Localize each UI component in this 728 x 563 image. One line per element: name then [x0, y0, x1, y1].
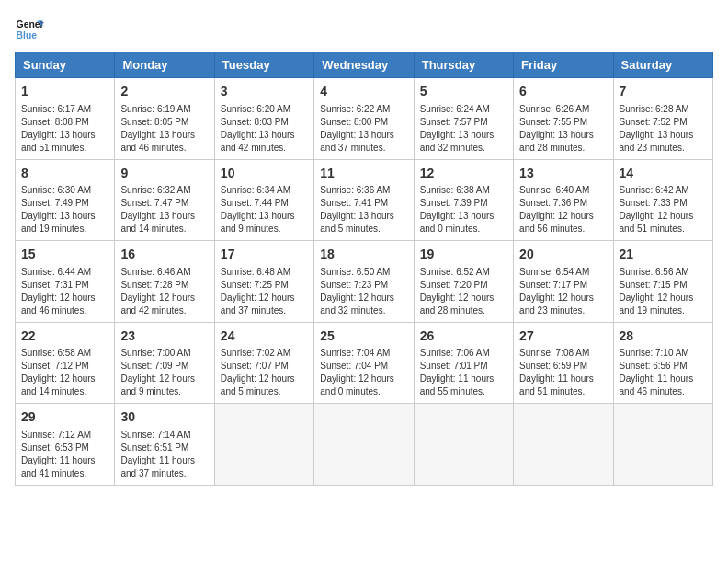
calendar-table: SundayMondayTuesdayWednesdayThursdayFrid… [15, 52, 713, 486]
day-info: Sunrise: 6:58 AM Sunset: 7:12 PM Dayligh… [21, 347, 108, 398]
week-row-4: 22Sunrise: 6:58 AM Sunset: 7:12 PM Dayli… [16, 322, 713, 404]
day-number: 10 [221, 165, 308, 183]
calendar-cell: 9Sunrise: 6:32 AM Sunset: 7:47 PM Daylig… [115, 159, 214, 241]
day-info: Sunrise: 7:12 AM Sunset: 6:53 PM Dayligh… [21, 429, 108, 480]
day-number: 22 [21, 327, 108, 346]
header-day-saturday: Saturday [613, 52, 712, 78]
day-info: Sunrise: 6:22 AM Sunset: 8:00 PM Dayligh… [320, 103, 407, 155]
day-info: Sunrise: 7:14 AM Sunset: 6:51 PM Dayligh… [120, 429, 208, 480]
calendar-header: SundayMondayTuesdayWednesdayThursdayFrid… [16, 52, 713, 78]
day-info: Sunrise: 7:00 AM Sunset: 7:09 PM Dayligh… [120, 347, 208, 398]
day-info: Sunrise: 7:04 AM Sunset: 7:04 PM Dayligh… [320, 347, 407, 398]
day-number: 27 [519, 327, 607, 346]
day-number: 16 [120, 246, 208, 264]
day-number: 12 [420, 165, 507, 183]
calendar-cell [414, 404, 513, 486]
svg-text:Blue: Blue [17, 30, 38, 40]
day-info: Sunrise: 6:56 AM Sunset: 7:15 PM Dayligh… [620, 266, 707, 317]
week-row-3: 15Sunrise: 6:44 AM Sunset: 7:31 PM Dayli… [16, 241, 713, 323]
day-info: Sunrise: 6:20 AM Sunset: 8:03 PM Dayligh… [221, 103, 308, 155]
day-info: Sunrise: 6:40 AM Sunset: 7:36 PM Dayligh… [519, 184, 607, 236]
calendar-cell: 25Sunrise: 7:04 AM Sunset: 7:04 PM Dayli… [314, 322, 414, 404]
calendar-cell: 22Sunrise: 6:58 AM Sunset: 7:12 PM Dayli… [16, 322, 115, 404]
day-info: Sunrise: 7:08 AM Sunset: 6:59 PM Dayligh… [519, 347, 607, 398]
header-day-monday: Monday [115, 52, 214, 78]
header-day-tuesday: Tuesday [214, 52, 313, 78]
week-row-1: 1Sunrise: 6:17 AM Sunset: 8:08 PM Daylig… [16, 78, 713, 160]
day-number: 17 [221, 246, 308, 264]
day-info: Sunrise: 6:26 AM Sunset: 7:55 PM Dayligh… [519, 103, 607, 155]
day-info: Sunrise: 6:50 AM Sunset: 7:23 PM Dayligh… [320, 266, 407, 317]
day-number: 7 [620, 83, 707, 101]
day-info: Sunrise: 6:42 AM Sunset: 7:33 PM Dayligh… [620, 184, 707, 236]
day-info: Sunrise: 6:30 AM Sunset: 7:49 PM Dayligh… [21, 184, 108, 236]
day-info: Sunrise: 6:52 AM Sunset: 7:20 PM Dayligh… [420, 266, 507, 317]
day-info: Sunrise: 6:44 AM Sunset: 7:31 PM Dayligh… [21, 266, 108, 317]
day-number: 6 [519, 83, 607, 101]
calendar-cell: 24Sunrise: 7:02 AM Sunset: 7:07 PM Dayli… [214, 322, 313, 404]
day-number: 5 [420, 83, 507, 101]
calendar-cell: 11Sunrise: 6:36 AM Sunset: 7:41 PM Dayli… [314, 159, 414, 241]
calendar-cell: 3Sunrise: 6:20 AM Sunset: 8:03 PM Daylig… [214, 78, 313, 160]
header-day-thursday: Thursday [414, 52, 513, 78]
day-number: 26 [420, 327, 507, 346]
day-number: 28 [620, 327, 707, 346]
day-number: 8 [21, 165, 108, 183]
calendar-cell: 20Sunrise: 6:54 AM Sunset: 7:17 PM Dayli… [514, 241, 613, 323]
calendar-cell: 4Sunrise: 6:22 AM Sunset: 8:00 PM Daylig… [314, 78, 414, 160]
day-info: Sunrise: 6:32 AM Sunset: 7:47 PM Dayligh… [120, 184, 208, 236]
day-number: 20 [519, 246, 607, 264]
day-info: Sunrise: 6:34 AM Sunset: 7:44 PM Dayligh… [221, 184, 308, 236]
day-number: 19 [420, 246, 507, 264]
logo: General Blue [15, 15, 44, 44]
calendar-cell: 16Sunrise: 6:46 AM Sunset: 7:28 PM Dayli… [115, 241, 214, 323]
calendar-cell [613, 404, 712, 486]
page-header: General Blue [15, 15, 713, 44]
header-day-wednesday: Wednesday [314, 52, 414, 78]
day-number: 15 [21, 246, 108, 264]
day-info: Sunrise: 7:10 AM Sunset: 6:56 PM Dayligh… [620, 347, 707, 398]
calendar-cell: 26Sunrise: 7:06 AM Sunset: 7:01 PM Dayli… [414, 322, 513, 404]
day-info: Sunrise: 6:28 AM Sunset: 7:52 PM Dayligh… [620, 103, 707, 155]
day-number: 1 [21, 83, 108, 101]
calendar-cell: 1Sunrise: 6:17 AM Sunset: 8:08 PM Daylig… [16, 78, 115, 160]
day-info: Sunrise: 6:36 AM Sunset: 7:41 PM Dayligh… [320, 184, 407, 236]
day-number: 11 [320, 165, 407, 183]
day-number: 14 [620, 165, 707, 183]
day-info: Sunrise: 6:19 AM Sunset: 8:05 PM Dayligh… [120, 103, 208, 155]
calendar-cell: 17Sunrise: 6:48 AM Sunset: 7:25 PM Dayli… [214, 241, 313, 323]
day-number: 13 [519, 165, 607, 183]
day-number: 18 [320, 246, 407, 264]
calendar-cell: 30Sunrise: 7:14 AM Sunset: 6:51 PM Dayli… [115, 404, 214, 486]
calendar-cell: 19Sunrise: 6:52 AM Sunset: 7:20 PM Dayli… [414, 241, 513, 323]
header-row: SundayMondayTuesdayWednesdayThursdayFrid… [16, 52, 713, 78]
day-number: 24 [221, 327, 308, 346]
header-day-friday: Friday [514, 52, 613, 78]
day-number: 2 [120, 83, 208, 101]
day-info: Sunrise: 6:24 AM Sunset: 7:57 PM Dayligh… [420, 103, 507, 155]
calendar-body: 1Sunrise: 6:17 AM Sunset: 8:08 PM Daylig… [16, 78, 713, 486]
day-info: Sunrise: 6:54 AM Sunset: 7:17 PM Dayligh… [519, 266, 607, 317]
calendar-cell: 8Sunrise: 6:30 AM Sunset: 7:49 PM Daylig… [16, 159, 115, 241]
day-info: Sunrise: 6:17 AM Sunset: 8:08 PM Dayligh… [21, 103, 108, 155]
day-number: 29 [21, 408, 108, 427]
calendar-cell: 5Sunrise: 6:24 AM Sunset: 7:57 PM Daylig… [414, 78, 513, 160]
calendar-cell: 23Sunrise: 7:00 AM Sunset: 7:09 PM Dayli… [115, 322, 214, 404]
calendar-cell: 27Sunrise: 7:08 AM Sunset: 6:59 PM Dayli… [514, 322, 613, 404]
calendar-cell: 12Sunrise: 6:38 AM Sunset: 7:39 PM Dayli… [414, 159, 513, 241]
day-info: Sunrise: 7:02 AM Sunset: 7:07 PM Dayligh… [221, 347, 308, 398]
calendar-cell [314, 404, 414, 486]
calendar-cell: 18Sunrise: 6:50 AM Sunset: 7:23 PM Dayli… [314, 241, 414, 323]
calendar-cell: 7Sunrise: 6:28 AM Sunset: 7:52 PM Daylig… [613, 78, 712, 160]
day-info: Sunrise: 6:46 AM Sunset: 7:28 PM Dayligh… [120, 266, 208, 317]
calendar-cell: 6Sunrise: 6:26 AM Sunset: 7:55 PM Daylig… [514, 78, 613, 160]
week-row-2: 8Sunrise: 6:30 AM Sunset: 7:49 PM Daylig… [16, 159, 713, 241]
calendar-cell: 14Sunrise: 6:42 AM Sunset: 7:33 PM Dayli… [613, 159, 712, 241]
week-row-5: 29Sunrise: 7:12 AM Sunset: 6:53 PM Dayli… [16, 404, 713, 486]
calendar-cell [214, 404, 313, 486]
day-info: Sunrise: 6:48 AM Sunset: 7:25 PM Dayligh… [221, 266, 308, 317]
logo-icon: General Blue [15, 15, 44, 44]
day-number: 30 [120, 408, 208, 427]
day-info: Sunrise: 6:38 AM Sunset: 7:39 PM Dayligh… [420, 184, 507, 236]
day-number: 21 [620, 246, 707, 264]
